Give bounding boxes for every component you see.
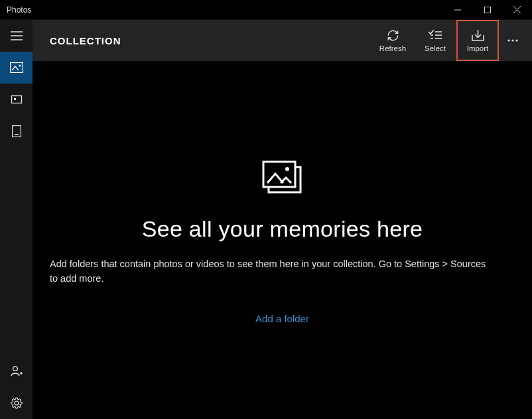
select-icon — [429, 29, 442, 42]
select-label: Select — [425, 44, 446, 52]
close-button[interactable] — [502, 0, 532, 20]
minimize-button[interactable] — [442, 0, 472, 20]
empty-subtext: Add folders that contain photos or video… — [33, 257, 510, 286]
more-icon — [507, 39, 518, 42]
svg-point-23 — [511, 39, 513, 41]
svg-point-24 — [515, 39, 517, 41]
svg-point-13 — [13, 367, 17, 371]
svg-rect-9 — [11, 96, 21, 103]
refresh-icon — [387, 29, 399, 42]
maximize-icon — [484, 7, 491, 13]
refresh-button[interactable]: Refresh — [371, 20, 414, 61]
sidebar-item-folders[interactable] — [0, 115, 33, 147]
hamburger-menu-button[interactable] — [0, 20, 33, 52]
import-icon — [472, 29, 484, 42]
svg-point-8 — [19, 64, 21, 66]
gear-icon — [11, 397, 23, 409]
svg-rect-11 — [12, 126, 21, 137]
import-button[interactable]: Import — [456, 20, 499, 61]
more-button[interactable] — [499, 20, 527, 61]
person-add-icon — [10, 365, 23, 378]
refresh-label: Refresh — [379, 44, 406, 52]
window-title: Photos — [0, 5, 31, 15]
collection-icon — [10, 62, 23, 73]
sidebar-item-albums[interactable] — [0, 84, 33, 115]
svg-rect-12 — [15, 134, 19, 135]
window-titlebar: Photos — [0, 0, 532, 20]
svg-rect-1 — [484, 7, 490, 13]
svg-rect-10 — [14, 98, 16, 100]
folders-icon — [12, 125, 21, 137]
main-area: COLLECTION Refresh — [33, 20, 532, 419]
svg-point-27 — [285, 167, 289, 171]
photos-empty-icon — [262, 160, 303, 198]
window-controls — [442, 0, 532, 20]
svg-point-22 — [507, 39, 509, 41]
select-button[interactable]: Select — [414, 20, 456, 61]
add-folder-link[interactable]: Add a folder — [255, 313, 309, 324]
empty-headline: See all your memories here — [142, 216, 423, 242]
sidebar — [0, 20, 33, 419]
sidebar-item-settings[interactable] — [0, 387, 33, 419]
albums-icon — [10, 94, 23, 105]
sidebar-item-people[interactable] — [0, 355, 33, 387]
sidebar-item-collection[interactable] — [0, 52, 33, 84]
minimize-icon — [454, 7, 461, 13]
empty-state: See all your memories here Add folders t… — [33, 61, 532, 419]
maximize-button[interactable] — [472, 0, 502, 20]
toolbar-actions: Refresh Select — [371, 20, 527, 61]
toolbar: COLLECTION Refresh — [33, 20, 532, 61]
page-title: COLLECTION — [50, 35, 121, 46]
import-label: Import — [467, 44, 489, 52]
hamburger-icon — [11, 31, 23, 40]
close-icon — [513, 6, 521, 13]
